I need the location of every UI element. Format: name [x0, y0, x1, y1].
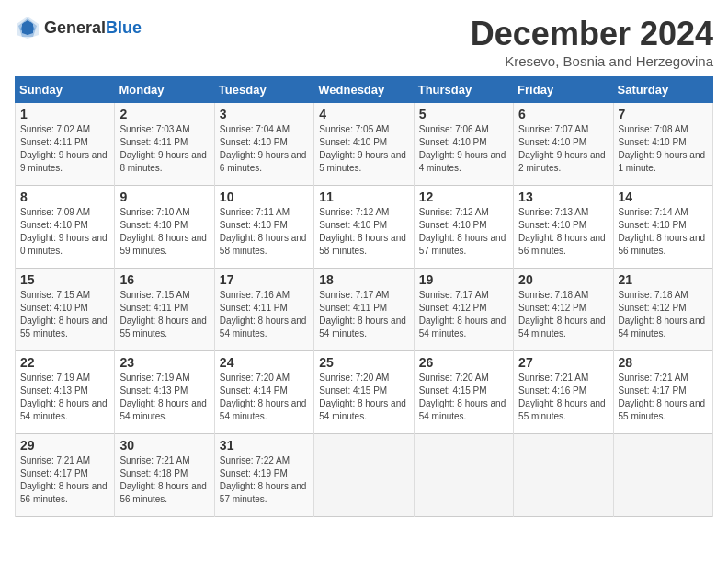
day-number: 13 [518, 190, 608, 204]
calendar-cell [514, 434, 613, 517]
day-number: 14 [619, 190, 708, 204]
day-info: Sunrise: 7:17 AMSunset: 4:11 PMDaylight:… [319, 290, 406, 339]
calendar-cell: 21Sunrise: 7:18 AMSunset: 4:12 PMDayligh… [613, 269, 712, 351]
calendar-cell: 26Sunrise: 7:20 AMSunset: 4:15 PMDayligh… [414, 351, 513, 434]
title-area: December 2024 Kresevo, Bosnia and Herzeg… [471, 15, 713, 69]
logo: General Blue [15, 15, 142, 40]
day-info: Sunrise: 7:20 AMSunset: 4:15 PMDaylight:… [319, 373, 406, 421]
day-number: 17 [220, 272, 309, 287]
day-number: 8 [20, 190, 109, 204]
day-number: 26 [419, 355, 508, 370]
day-info: Sunrise: 7:21 AMSunset: 4:17 PMDaylight:… [20, 455, 108, 504]
day-info: Sunrise: 7:07 AMSunset: 4:10 PMDaylight:… [518, 124, 606, 173]
calendar-cell: 20Sunrise: 7:18 AMSunset: 4:12 PMDayligh… [514, 269, 613, 351]
day-info: Sunrise: 7:19 AMSunset: 4:13 PMDaylight:… [119, 373, 207, 421]
day-info: Sunrise: 7:05 AMSunset: 4:10 PMDaylight:… [319, 124, 406, 173]
day-info: Sunrise: 7:21 AMSunset: 4:18 PMDaylight:… [119, 455, 207, 504]
header: General Blue December 2024 Kresevo, Bosn… [15, 15, 713, 69]
day-info: Sunrise: 7:13 AMSunset: 4:10 PMDaylight:… [518, 207, 606, 256]
calendar-cell: 30Sunrise: 7:21 AMSunset: 4:18 PMDayligh… [115, 434, 214, 517]
calendar-cell: 6Sunrise: 7:07 AMSunset: 4:10 PMDaylight… [514, 103, 613, 186]
calendar-cell: 13Sunrise: 7:13 AMSunset: 4:10 PMDayligh… [514, 186, 613, 269]
day-info: Sunrise: 7:02 AMSunset: 4:11 PMDaylight:… [20, 124, 108, 173]
calendar-cell: 10Sunrise: 7:11 AMSunset: 4:10 PMDayligh… [214, 186, 313, 269]
day-info: Sunrise: 7:09 AMSunset: 4:10 PMDaylight:… [20, 207, 108, 256]
day-number: 3 [220, 107, 309, 121]
calendar-cell: 19Sunrise: 7:17 AMSunset: 4:12 PMDayligh… [414, 269, 513, 351]
day-info: Sunrise: 7:20 AMSunset: 4:14 PMDaylight:… [220, 373, 307, 421]
day-number: 23 [119, 355, 209, 370]
day-number: 27 [518, 355, 608, 370]
day-number: 22 [20, 355, 109, 370]
day-info: Sunrise: 7:18 AMSunset: 4:12 PMDaylight:… [619, 290, 706, 339]
header-sunday: Sunday [16, 77, 115, 103]
day-number: 2 [119, 107, 209, 121]
day-number: 25 [319, 355, 408, 370]
day-number: 16 [119, 272, 209, 287]
calendar-cell [613, 434, 712, 517]
calendar-cell: 17Sunrise: 7:16 AMSunset: 4:11 PMDayligh… [214, 269, 313, 351]
calendar-cell [414, 434, 513, 517]
day-info: Sunrise: 7:15 AMSunset: 4:11 PMDaylight:… [119, 290, 207, 339]
day-info: Sunrise: 7:16 AMSunset: 4:11 PMDaylight:… [220, 290, 307, 339]
day-info: Sunrise: 7:08 AMSunset: 4:10 PMDaylight:… [619, 124, 706, 173]
calendar-cell: 22Sunrise: 7:19 AMSunset: 4:13 PMDayligh… [16, 351, 115, 434]
day-number: 18 [319, 272, 408, 287]
day-info: Sunrise: 7:18 AMSunset: 4:12 PMDaylight:… [518, 290, 606, 339]
calendar-subtitle: Kresevo, Bosnia and Herzegovina [471, 53, 713, 69]
calendar-week-row: 22Sunrise: 7:19 AMSunset: 4:13 PMDayligh… [16, 351, 713, 434]
calendar-cell: 9Sunrise: 7:10 AMSunset: 4:10 PMDaylight… [115, 186, 214, 269]
header-saturday: Saturday [613, 77, 712, 103]
logo-blue: Blue [106, 18, 142, 38]
day-info: Sunrise: 7:21 AMSunset: 4:17 PMDaylight:… [619, 373, 706, 421]
calendar-cell: 28Sunrise: 7:21 AMSunset: 4:17 PMDayligh… [613, 351, 712, 434]
day-number: 7 [619, 107, 708, 121]
day-info: Sunrise: 7:14 AMSunset: 4:10 PMDaylight:… [619, 207, 706, 256]
day-number: 11 [319, 190, 408, 204]
logo-general: General [44, 18, 106, 38]
day-info: Sunrise: 7:03 AMSunset: 4:11 PMDaylight:… [119, 124, 207, 173]
calendar-cell: 15Sunrise: 7:15 AMSunset: 4:10 PMDayligh… [16, 269, 115, 351]
day-info: Sunrise: 7:10 AMSunset: 4:10 PMDaylight:… [119, 207, 207, 256]
calendar-cell: 29Sunrise: 7:21 AMSunset: 4:17 PMDayligh… [16, 434, 115, 517]
day-info: Sunrise: 7:21 AMSunset: 4:16 PMDaylight:… [518, 373, 606, 421]
day-info: Sunrise: 7:12 AMSunset: 4:10 PMDaylight:… [419, 207, 506, 256]
calendar-cell [314, 434, 414, 517]
day-number: 28 [619, 355, 708, 370]
day-number: 5 [419, 107, 508, 121]
calendar-week-row: 15Sunrise: 7:15 AMSunset: 4:10 PMDayligh… [16, 269, 713, 351]
day-number: 24 [220, 355, 309, 370]
calendar-cell: 24Sunrise: 7:20 AMSunset: 4:14 PMDayligh… [214, 351, 313, 434]
calendar-cell: 8Sunrise: 7:09 AMSunset: 4:10 PMDaylight… [16, 186, 115, 269]
calendar-cell: 3Sunrise: 7:04 AMSunset: 4:10 PMDaylight… [214, 103, 313, 186]
calendar-cell: 5Sunrise: 7:06 AMSunset: 4:10 PMDaylight… [414, 103, 513, 186]
header-tuesday: Tuesday [214, 77, 313, 103]
day-info: Sunrise: 7:11 AMSunset: 4:10 PMDaylight:… [220, 207, 307, 256]
calendar-table: Sunday Monday Tuesday Wednesday Thursday… [15, 76, 713, 517]
day-number: 4 [319, 107, 408, 121]
day-info: Sunrise: 7:06 AMSunset: 4:10 PMDaylight:… [419, 124, 506, 173]
day-number: 31 [220, 438, 309, 453]
header-friday: Friday [514, 77, 613, 103]
calendar-cell: 18Sunrise: 7:17 AMSunset: 4:11 PMDayligh… [314, 269, 414, 351]
calendar-cell: 16Sunrise: 7:15 AMSunset: 4:11 PMDayligh… [115, 269, 214, 351]
day-number: 15 [20, 272, 109, 287]
calendar-cell: 4Sunrise: 7:05 AMSunset: 4:10 PMDaylight… [314, 103, 414, 186]
day-number: 21 [619, 272, 708, 287]
day-number: 9 [119, 190, 209, 204]
day-info: Sunrise: 7:17 AMSunset: 4:12 PMDaylight:… [419, 290, 506, 339]
day-number: 19 [419, 272, 508, 287]
day-info: Sunrise: 7:19 AMSunset: 4:13 PMDaylight:… [20, 373, 108, 421]
calendar-cell: 31Sunrise: 7:22 AMSunset: 4:19 PMDayligh… [214, 434, 313, 517]
day-info: Sunrise: 7:20 AMSunset: 4:15 PMDaylight:… [419, 373, 506, 421]
day-number: 30 [119, 438, 209, 453]
day-info: Sunrise: 7:12 AMSunset: 4:10 PMDaylight:… [319, 207, 406, 256]
day-number: 1 [20, 107, 109, 121]
calendar-cell: 14Sunrise: 7:14 AMSunset: 4:10 PMDayligh… [613, 186, 712, 269]
days-header-row: Sunday Monday Tuesday Wednesday Thursday… [16, 77, 713, 103]
calendar-week-row: 1Sunrise: 7:02 AMSunset: 4:11 PMDaylight… [16, 103, 713, 186]
day-info: Sunrise: 7:22 AMSunset: 4:19 PMDaylight:… [220, 455, 307, 504]
day-number: 20 [518, 272, 608, 287]
calendar-cell: 7Sunrise: 7:08 AMSunset: 4:10 PMDaylight… [613, 103, 712, 186]
day-number: 12 [419, 190, 508, 204]
